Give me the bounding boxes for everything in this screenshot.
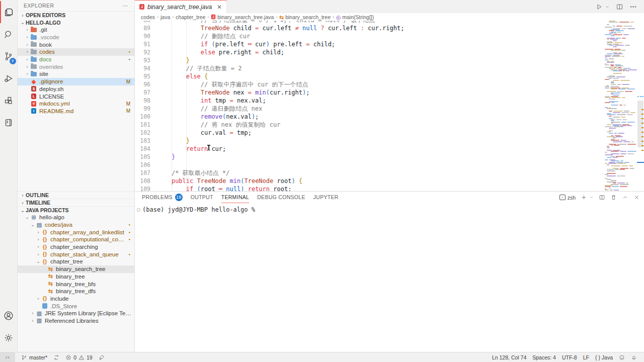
tab-close-icon[interactable]: ✕	[217, 4, 222, 11]
tree-item-hello-algo[interactable]: ⌄⊞hello-algo	[18, 214, 134, 221]
code-line-99[interactable]: 99 // 递归删除结点 nex	[135, 105, 601, 113]
settings-gear-icon[interactable]	[0, 327, 18, 349]
panel-tab-jupyter[interactable]: JUPYTER	[313, 192, 339, 203]
code-line-100[interactable]: 100 remove(nex.val);	[135, 113, 601, 121]
code-line-105[interactable]: 105 }	[135, 153, 601, 161]
status-notifications[interactable]	[628, 352, 640, 362]
tree-item-binary-tree[interactable]: ⇆binary_tree	[18, 273, 134, 281]
close-panel-icon[interactable]	[633, 194, 640, 201]
section-outline[interactable]: ›OUTLINE	[18, 191, 134, 199]
code-line-108[interactable]: 108 public TreeNode min(TreeNode root) {	[135, 177, 601, 185]
code-line-103[interactable]: 103 }	[135, 137, 601, 145]
tree-item-mkdocs-yml[interactable]: Ymkdocs.ymlM	[18, 100, 134, 108]
tree-item-site[interactable]: ›site	[18, 70, 134, 78]
tree-item-readme-md[interactable]: iREADME.mdM	[18, 108, 134, 115]
code-line-91[interactable]: 91 if (pre.left ═ cur) pre.left = child;	[135, 40, 601, 48]
section-java-projects[interactable]: ⌄JAVA PROJECTS	[18, 206, 134, 214]
explorer-icon[interactable]	[0, 1, 18, 23]
kill-terminal-icon[interactable]	[610, 194, 617, 201]
source-control-icon[interactable]: 7	[0, 45, 18, 67]
tree-item--vscode[interactable]: ›.vscode	[18, 34, 134, 41]
tab-binary-search-tree[interactable]: J binary_search_tree.java ✕	[135, 0, 227, 13]
code-line-88[interactable]: 88 // 当子结点数量 = 0 / 1 时， child = null / 该…	[135, 21, 601, 24]
rocket-status-icon[interactable]	[96, 352, 108, 362]
status-indentation[interactable]: Spaces: 4	[529, 352, 559, 362]
code-line-109[interactable]: 109 if (root ═ null) return root;	[135, 185, 601, 191]
code-line-101[interactable]: 101 // 将 nex 的值复制给 cur	[135, 121, 601, 129]
terminal-dropdown-icon[interactable]	[589, 194, 594, 201]
search-icon[interactable]	[0, 23, 18, 45]
panel-tab-output[interactable]: OUTPUT	[191, 192, 213, 203]
panel-tab-terminal[interactable]: TERMINAL	[221, 192, 250, 203]
tree-item-binary-tree-bfs[interactable]: ⇆binary_tree_bfs	[18, 280, 134, 288]
tree-item-chapter-stack-and-queue[interactable]: ›{}chapter_stack_and_queue●	[18, 250, 134, 258]
tree-item-codes[interactable]: ›codes●	[18, 48, 134, 56]
tree-item-overrides[interactable]: ›overrides	[18, 63, 134, 70]
split-editor-icon[interactable]	[616, 3, 623, 11]
run-dropdown-icon[interactable]	[605, 3, 610, 11]
breadcrumb-item[interactable]: ◎main(String[])	[336, 14, 374, 20]
section-timeline[interactable]: ›TIMELINE	[18, 199, 134, 206]
tree-item-book[interactable]: ›book	[18, 41, 134, 48]
breadcrumb-item[interactable]: codes	[141, 14, 155, 20]
tree-item-codes-java[interactable]: ⌄▤codes/java●	[18, 221, 134, 229]
breadcrumb-item[interactable]: java	[160, 14, 170, 20]
code-editor[interactable]: 88 // 当子结点数量 = 0 / 1 时， child = null / 该…	[135, 21, 644, 191]
terminal-output[interactable]: (base) jyd@JYD-MBP hello-algo %	[135, 203, 644, 352]
tree-item-chapter-array-and-linkedlist[interactable]: ›{}chapter_array_and_linkedlist●	[18, 228, 134, 236]
new-terminal-icon[interactable]	[581, 194, 587, 201]
panel-tab-debug-console[interactable]: DEBUG CONSOLE	[257, 192, 305, 203]
status-feedback[interactable]	[616, 352, 628, 362]
remote-indicator[interactable]	[0, 352, 15, 362]
code-line-107[interactable]: 107 /* 获取最小结点 */	[135, 169, 601, 177]
code-line-89[interactable]: 89 TreeNode child = cur.left ≠ null ? cu…	[135, 24, 601, 32]
tree-item-license[interactable]: LLICENSE	[18, 93, 134, 100]
tree-item-include[interactable]: ›{}include	[18, 295, 134, 303]
code-line-93[interactable]: 93 }	[135, 56, 601, 64]
git-branch-status[interactable]: master*	[18, 352, 50, 362]
code-line-98[interactable]: 98 int tmp = nex.val;	[135, 97, 601, 105]
split-terminal-icon[interactable]	[599, 194, 605, 201]
breadcrumb-item[interactable]: Jbinary_search_tree.java	[211, 14, 274, 20]
status-eol[interactable]: LF	[580, 352, 592, 362]
tree-item-binary-search-tree[interactable]: ⇆binary_search_tree	[18, 265, 134, 273]
code-line-92[interactable]: 92 else pre.right = child;	[135, 48, 601, 56]
run-button[interactable]	[595, 3, 603, 11]
tree-item-chapter-tree[interactable]: ⌄{}chapter_tree	[18, 258, 134, 265]
notebook-icon[interactable]	[0, 112, 18, 134]
run-debug-icon[interactable]	[0, 67, 18, 89]
code-line-97[interactable]: 97 TreeNode nex = min(cur.right);	[135, 88, 601, 97]
tree-item-referenced-libraries[interactable]: ›▥Referenced Libraries	[18, 317, 134, 325]
code-line-94[interactable]: 94 // 子结点数量 = 2	[135, 64, 601, 72]
tree-item-docs[interactable]: ›docs●	[18, 56, 134, 63]
code-line-106[interactable]: 106	[135, 161, 601, 169]
tree-item-binary-tree-dfs[interactable]: ⇆binary_tree_dfs	[18, 288, 134, 295]
section-open-editors[interactable]: ›OPEN EDITORS	[18, 11, 134, 19]
more-actions-icon[interactable]	[629, 3, 637, 11]
code-line-104[interactable]: 104 return cur;	[135, 145, 601, 153]
tree-item-chapter-computational-complexity[interactable]: ›{}chapter_computational_complexity●	[18, 236, 134, 243]
sync-status[interactable]	[50, 352, 62, 362]
section-workspace[interactable]: ⌄HELLO-ALGO	[18, 19, 134, 26]
code-line-102[interactable]: 102 cur.val = tmp;	[135, 129, 601, 137]
explorer-more-actions[interactable]: ⋯	[123, 3, 129, 9]
tree-item-jre-system-library-eclipse-temurin-17-17-[interactable]: ›▥JRE System Library [Eclipse Temurin 17…	[18, 310, 134, 317]
minimap[interactable]	[602, 21, 637, 191]
panel-tab-problems[interactable]: PROBLEMS19	[142, 192, 183, 203]
code-line-96[interactable]: 96 // 获取中序遍历中 cur 的下一个结点	[135, 80, 601, 88]
breadcrumb-item[interactable]: ⇆binary_search_tree	[279, 14, 331, 20]
tree-item--git[interactable]: ›.git	[18, 26, 134, 34]
tree-item--gitignore[interactable]: ◆.gitignoreM	[18, 78, 134, 85]
status-encoding[interactable]: UTF-8	[559, 352, 580, 362]
overview-ruler[interactable]	[637, 21, 644, 191]
status-language-mode[interactable]: { } Java	[592, 352, 616, 362]
extensions-icon[interactable]	[0, 89, 18, 112]
shell-picker[interactable]: › zsh	[559, 195, 576, 201]
tree-item--ds-store[interactable]: .DS_Store	[18, 302, 134, 310]
code-line-90[interactable]: 90 // 删除结点 cur	[135, 32, 601, 40]
account-icon[interactable]	[0, 305, 18, 327]
status-cursor-position[interactable]: Ln 128, Col 74	[489, 352, 529, 362]
breadcrumb-item[interactable]: chapter_tree	[176, 14, 205, 20]
maximize-panel-icon[interactable]	[622, 194, 628, 201]
tree-item-chapter-searching[interactable]: ›{}chapter_searching	[18, 243, 134, 251]
